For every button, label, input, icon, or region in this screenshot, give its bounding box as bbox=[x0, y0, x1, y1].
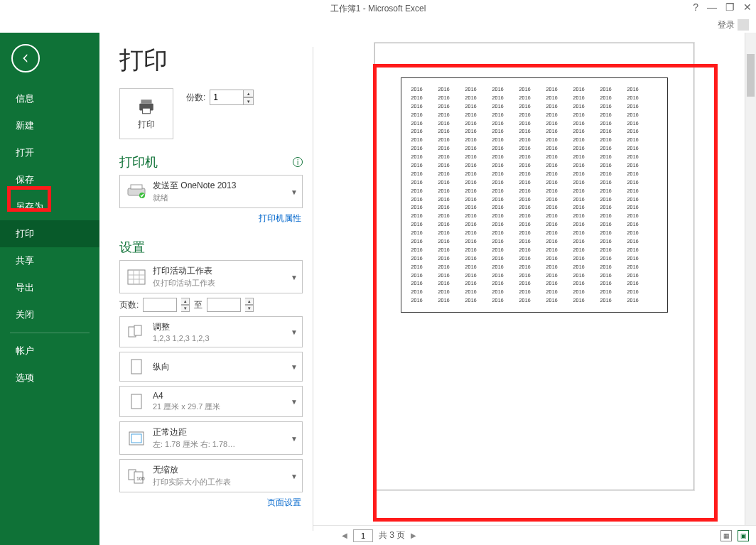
cell: 2016 bbox=[627, 187, 642, 195]
orientation-dropdown[interactable]: 纵向 ▼ bbox=[119, 352, 303, 382]
sidebar-item2-1[interactable]: 选项 bbox=[0, 365, 99, 392]
cell: 2016 bbox=[519, 246, 534, 254]
cell: 2016 bbox=[465, 102, 480, 111]
cell: 2016 bbox=[573, 237, 588, 246]
help-button[interactable]: ? bbox=[693, 1, 698, 13]
window-title: 工作簿1 - Microsoft Excel bbox=[330, 3, 426, 15]
cell: 2016 bbox=[573, 296, 588, 305]
cell: 2016 bbox=[438, 85, 453, 94]
svg-rect-12 bbox=[134, 325, 141, 335]
collation-dropdown[interactable]: 调整1,2,3 1,2,3 1,2,3 ▼ bbox=[119, 316, 303, 347]
pages-from-down[interactable]: ▼ bbox=[181, 305, 190, 312]
cell: 2016 bbox=[546, 212, 561, 220]
next-page-button[interactable]: ▶ bbox=[411, 531, 416, 539]
cell: 2016 bbox=[411, 279, 426, 288]
cell: 2016 bbox=[600, 144, 615, 153]
preview-page: 2016201620162016201620162016201620162016… bbox=[374, 43, 694, 490]
sidebar-item-1[interactable]: 新建 bbox=[0, 112, 99, 139]
sidebar-item-4[interactable]: 另存为 bbox=[0, 193, 99, 220]
close-button[interactable]: ✕ bbox=[743, 1, 752, 13]
cell: 2016 bbox=[600, 102, 615, 111]
sidebar-item-0[interactable]: 信息 bbox=[0, 85, 99, 112]
cell: 2016 bbox=[519, 85, 534, 94]
cell: 2016 bbox=[627, 271, 642, 280]
pages-from-up[interactable]: ▲ bbox=[181, 298, 190, 305]
copies-up[interactable]: ▲ bbox=[244, 90, 254, 97]
collation-icon bbox=[126, 322, 147, 342]
margins-dropdown[interactable]: 正常边距左: 1.78 厘米 右: 1.78… ▼ bbox=[119, 421, 303, 455]
svg-rect-6 bbox=[128, 270, 145, 284]
restore-button[interactable]: ❐ bbox=[725, 1, 735, 13]
sidebar-item-8[interactable]: 关闭 bbox=[0, 301, 99, 328]
page-setup-link[interactable]: 页面设置 bbox=[119, 497, 301, 509]
cell: 2016 bbox=[600, 127, 615, 136]
cell: 2016 bbox=[465, 263, 480, 271]
prev-page-button[interactable]: ◀ bbox=[342, 531, 347, 539]
cell: 2016 bbox=[492, 127, 507, 136]
cell: 2016 bbox=[492, 94, 507, 102]
pages-to-input[interactable] bbox=[207, 298, 241, 312]
login-link[interactable]: 登录 bbox=[718, 19, 735, 31]
sidebar-item2-0[interactable]: 帐户 bbox=[0, 338, 99, 365]
cell: 2016 bbox=[411, 161, 426, 170]
sidebar-item-7[interactable]: 导出 bbox=[0, 274, 99, 301]
cell: 2016 bbox=[519, 288, 534, 296]
print-button[interactable]: 打印 bbox=[119, 88, 173, 139]
minimize-button[interactable]: — bbox=[707, 1, 717, 13]
cell: 2016 bbox=[438, 271, 453, 280]
cell: 2016 bbox=[519, 94, 534, 102]
printer-dropdown[interactable]: 发送至 OneNote 2013 就绪 ▼ bbox=[119, 175, 303, 208]
cell: 2016 bbox=[438, 127, 453, 136]
back-button[interactable] bbox=[11, 44, 40, 72]
sidebar-item-5[interactable]: 打印 bbox=[0, 220, 99, 247]
avatar-icon[interactable] bbox=[738, 19, 749, 31]
copies-down[interactable]: ▼ bbox=[244, 97, 254, 105]
cell: 2016 bbox=[546, 102, 561, 111]
cell: 2016 bbox=[411, 94, 426, 102]
cell: 2016 bbox=[438, 246, 453, 254]
printer-info-icon[interactable]: i bbox=[293, 157, 303, 167]
print-settings-panel: 打印 打印 份数: ▲▼ 打印机 i bbox=[99, 33, 313, 545]
cell: 2016 bbox=[573, 288, 588, 296]
printer-properties-link[interactable]: 打印机属性 bbox=[119, 212, 301, 225]
sidebar-item-6[interactable]: 共享 bbox=[0, 247, 99, 274]
paper-size-dropdown[interactable]: A421 厘米 x 29.7 厘米 ▼ bbox=[119, 386, 303, 417]
pages-to-down[interactable]: ▼ bbox=[245, 305, 254, 312]
pages-from-input[interactable] bbox=[143, 298, 177, 312]
printer-icon bbox=[126, 182, 147, 202]
cell: 2016 bbox=[600, 119, 615, 128]
cell: 2016 bbox=[465, 153, 480, 161]
cell: 2016 bbox=[600, 254, 615, 263]
cell: 2016 bbox=[492, 229, 507, 237]
page-icon bbox=[126, 392, 147, 411]
cell: 2016 bbox=[546, 203, 561, 212]
cell: 2016 bbox=[573, 170, 588, 178]
page-number-input[interactable] bbox=[353, 529, 373, 542]
cell: 2016 bbox=[492, 144, 507, 153]
printer-status: 就绪 bbox=[153, 193, 236, 203]
cell: 2016 bbox=[465, 161, 480, 170]
cell: 2016 bbox=[600, 161, 615, 170]
cell: 2016 bbox=[492, 263, 507, 271]
cell: 2016 bbox=[573, 127, 588, 136]
sidebar-item-2[interactable]: 打开 bbox=[0, 139, 99, 166]
cell: 2016 bbox=[411, 144, 426, 153]
cell: 2016 bbox=[438, 229, 453, 237]
show-margins-button[interactable]: ▦ bbox=[720, 530, 732, 541]
chevron-down-icon: ▼ bbox=[291, 328, 298, 336]
cell: 2016 bbox=[627, 161, 642, 170]
scaling-dropdown[interactable]: 100 无缩放打印实际大小的工作表 ▼ bbox=[119, 459, 303, 492]
sidebar-item-3[interactable]: 保存 bbox=[0, 166, 99, 193]
cell: 2016 bbox=[465, 136, 480, 144]
cell: 2016 bbox=[627, 119, 642, 128]
scrollbar-thumb[interactable] bbox=[747, 54, 755, 97]
chevron-down-icon: ▼ bbox=[291, 273, 298, 281]
cell: 2016 bbox=[465, 212, 480, 220]
pages-to-up[interactable]: ▲ bbox=[245, 298, 254, 305]
vertical-scrollbar[interactable] bbox=[745, 33, 756, 525]
print-what-dropdown[interactable]: 打印活动工作表仅打印活动工作表 ▼ bbox=[119, 260, 303, 293]
cell: 2016 bbox=[519, 144, 534, 153]
collation-sub: 1,2,3 1,2,3 1,2,3 bbox=[153, 334, 210, 342]
copies-input[interactable] bbox=[210, 90, 244, 105]
zoom-to-page-button[interactable]: ▣ bbox=[738, 530, 749, 541]
